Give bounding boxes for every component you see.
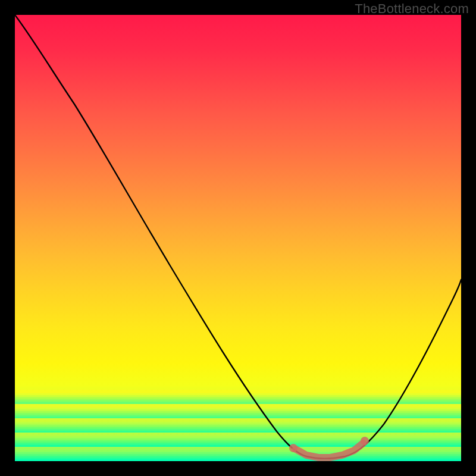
watermark-text: TheBottleneck.com [355,1,469,17]
optimal-dot [289,444,298,452]
optimal-range-marker [296,443,363,458]
chart-svg [15,15,461,461]
chart-plot-area [15,15,461,461]
optimal-dot [361,437,369,445]
bottleneck-curve-line [15,15,461,459]
